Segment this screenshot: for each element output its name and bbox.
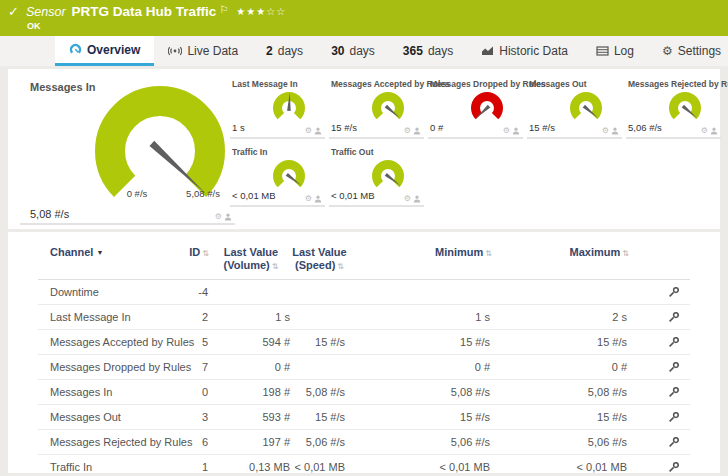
gauge-mini-icons[interactable]: ⚙ xyxy=(404,195,421,203)
gauge-scale-max: 5,08 #/s xyxy=(172,188,234,199)
tab-number: 30 xyxy=(331,44,344,58)
mini-gear-icon[interactable]: ⚙ xyxy=(215,213,222,221)
gauge-value: 1 s xyxy=(232,122,245,133)
flag-icon[interactable]: ⚐ xyxy=(219,4,228,15)
column-header-maximum[interactable]: Maximum⇅ xyxy=(492,246,629,260)
sensor-header: ✓ SensorPRTG Data Hub Traffic⚐★★★☆☆ OK xyxy=(0,0,728,36)
gauge-tile-messages-out[interactable]: Messages Out15 #/s⚙ xyxy=(527,77,622,139)
sort-icon: ⇅ xyxy=(337,262,344,271)
gauge-mini-icons[interactable]: ⚙ xyxy=(305,127,322,135)
gauge-tile-messages-in[interactable]: Messages In 0 #/s 5,08 #/s 5,08 #/s ⚙ xyxy=(20,75,235,225)
gauge-icon xyxy=(69,43,82,56)
cell-channel: Downtime xyxy=(38,286,188,298)
cell-id: 3 xyxy=(188,411,210,423)
cell-minimum: 5,06 #/s xyxy=(347,436,492,448)
gear-icon: ⚙ xyxy=(662,45,673,57)
cell-last-value-speed: < 0,01 MB xyxy=(292,461,347,473)
status-check-icon: ✓ xyxy=(8,4,19,19)
messages-out-gauge-svg xyxy=(564,89,608,127)
tab-bar: OverviewLive Data2days30days365daysHisto… xyxy=(0,36,728,66)
cell-id: 0 xyxy=(188,386,210,398)
channel-settings-button[interactable] xyxy=(629,286,690,298)
user-icon xyxy=(413,127,421,135)
mini-gear-icon[interactable]: ⚙ xyxy=(701,127,708,135)
cell-minimum: 15 #/s xyxy=(347,336,492,348)
tab-overview[interactable]: Overview xyxy=(55,36,154,66)
gauge-graphic xyxy=(465,89,509,131)
mini-gear-icon[interactable]: ⚙ xyxy=(602,127,609,135)
tab-number: 365 xyxy=(403,44,423,58)
table-row-messages-in: Messages In0198 #5,08 #/s5,08 #/s5,08 #/… xyxy=(38,380,690,405)
table-row-messages-dropped-by-rules: Messages Dropped by Rules70 #0 #0 # xyxy=(38,355,690,380)
channel-settings-button[interactable] xyxy=(629,411,690,423)
gauge-tile-last-message-in[interactable]: Last Message In1 s⚙ xyxy=(230,77,325,139)
cell-last-value-volume: 1 s xyxy=(210,311,292,323)
column-header-channel[interactable]: Channel▼ xyxy=(38,246,188,259)
column-header-last-value-volume[interactable]: Last Value(Volume)⇅ xyxy=(210,246,292,273)
gauge-graphic xyxy=(663,89,707,131)
channel-settings-button[interactable] xyxy=(629,361,690,373)
gauge-panel: Messages In 0 #/s 5,08 #/s 5,08 #/s ⚙ La… xyxy=(8,69,720,229)
tab-label: days xyxy=(428,44,453,58)
column-header-last-value-speed[interactable]: Last Value(Speed)⇅ xyxy=(292,246,347,273)
gauge-graphic xyxy=(267,89,311,131)
channel-settings-icon xyxy=(668,436,680,448)
tab-2-days[interactable]: 2days xyxy=(252,36,317,66)
gauge-mini-icons[interactable]: ⚙ xyxy=(215,213,232,221)
last-message-in-gauge-svg xyxy=(267,89,311,127)
table-header-row: Channel▼ID⇅Last Value(Volume)⇅Last Value… xyxy=(38,246,690,280)
gauge-mini-icons[interactable]: ⚙ xyxy=(503,127,520,135)
column-header-minimum[interactable]: Minimum⇅ xyxy=(347,246,492,260)
cell-id: 6 xyxy=(188,436,210,448)
channel-settings-button[interactable] xyxy=(629,461,690,473)
gauge-title: Last Message In xyxy=(232,79,298,89)
cell-id: 7 xyxy=(188,361,210,373)
gauge-tile-messages-accepted-by-rules[interactable]: Messages Accepted by Rules15 #/s⚙ xyxy=(329,77,424,139)
tab-label: Live Data xyxy=(187,44,238,58)
cell-maximum: 2 s xyxy=(492,311,629,323)
cell-channel: Traffic In xyxy=(38,461,188,473)
table-row-messages-rejected-by-rules: Messages Rejected by Rules6197 #5,06 #/s… xyxy=(38,430,690,455)
channel-settings-button[interactable] xyxy=(629,336,690,348)
table-row-messages-out: Messages Out3593 #15 #/s15 #/s15 #/s xyxy=(38,405,690,430)
tab-30-days[interactable]: 30days xyxy=(317,36,389,66)
gauge-mini-icons[interactable]: ⚙ xyxy=(701,127,718,135)
cell-minimum: 0 # xyxy=(347,361,492,373)
gauge-value: 0 # xyxy=(430,122,443,133)
mini-gear-icon[interactable]: ⚙ xyxy=(305,195,312,203)
gauge-value: < 0,01 MB xyxy=(331,190,375,201)
table-body: Downtime-4Last Message In21 s1 s2 sMessa… xyxy=(38,280,690,473)
cell-channel: Messages In xyxy=(38,386,188,398)
status-badge: OK xyxy=(27,21,41,31)
channel-settings-button[interactable] xyxy=(629,436,690,448)
column-header-id[interactable]: ID⇅ xyxy=(188,246,210,260)
tab-live-data[interactable]: Live Data xyxy=(154,36,252,66)
channel-settings-button[interactable] xyxy=(629,386,690,398)
sort-icon: ⇅ xyxy=(622,249,629,258)
cell-channel: Messages Dropped by Rules xyxy=(38,361,188,373)
gauge-tile-messages-rejected-by-rules[interactable]: Messages Rejected by Rules5,06 #/s⚙ xyxy=(626,77,721,139)
gauge-mini-icons[interactable]: ⚙ xyxy=(404,127,421,135)
gauge-tile-messages-dropped-by-rules[interactable]: Messages Dropped by Rules0 #⚙ xyxy=(428,77,523,139)
cell-id: 2 xyxy=(188,311,210,323)
cell-maximum: < 0,01 MB xyxy=(492,461,629,473)
cell-channel: Messages Rejected by Rules xyxy=(38,436,188,448)
gauge-mini-icons[interactable]: ⚙ xyxy=(305,195,322,203)
user-icon xyxy=(314,127,322,135)
mini-gear-icon[interactable]: ⚙ xyxy=(404,195,411,203)
sort-icon: ⇅ xyxy=(272,262,279,271)
mini-gear-icon[interactable]: ⚙ xyxy=(404,127,411,135)
tab-log[interactable]: Log xyxy=(582,36,648,66)
gauge-tile-traffic-in[interactable]: Traffic In< 0,01 MB⚙ xyxy=(230,145,325,207)
gauge-tile-traffic-out[interactable]: Traffic Out< 0,01 MB⚙ xyxy=(329,145,424,207)
mini-gear-icon[interactable]: ⚙ xyxy=(305,127,312,135)
tab-historic-data[interactable]: Historic Data xyxy=(467,36,582,66)
gauge-mini-icons[interactable]: ⚙ xyxy=(602,127,619,135)
tab-settings[interactable]: ⚙Settings xyxy=(648,36,728,66)
tab-365-days[interactable]: 365days xyxy=(389,36,467,66)
messages-accepted-by-rules-gauge-svg xyxy=(366,89,410,127)
mini-gear-icon[interactable]: ⚙ xyxy=(503,127,510,135)
log-icon xyxy=(596,45,609,57)
priority-stars[interactable]: ★★★☆☆ xyxy=(236,6,286,17)
channel-settings-button[interactable] xyxy=(629,311,690,323)
